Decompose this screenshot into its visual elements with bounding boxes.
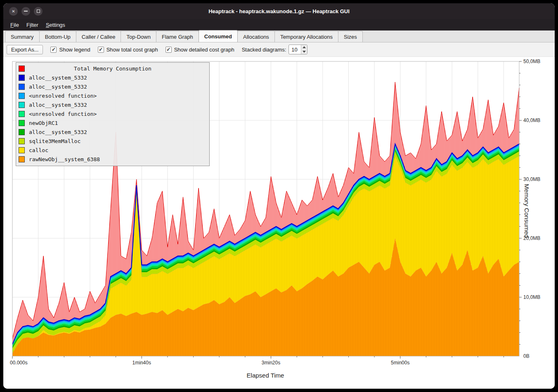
menu-file[interactable]: File [7,21,23,29]
tab-top-down[interactable]: Top-Down [121,31,156,42]
legend-swatch-icon [19,93,25,99]
minimize-icon [24,11,28,12]
legend-entry-label: rawNewObj__system_6388 [29,156,100,162]
legend-title-row: Total Memory Consumption [18,64,208,73]
title-bar: ✕ Heaptrack - heaptrack.wakunode.1.gz — … [3,3,555,19]
legend-entry: alloc__system_5332 [18,100,208,109]
checkbox-label: Show total cost graph [106,47,158,53]
legend-title: Total Memory Consumption [18,66,208,72]
x-axis-title: Elapsed Time [3,372,527,379]
svg-text:0B: 0B [523,353,530,359]
app-window: ✕ Heaptrack - heaptrack.wakunode.1.gz — … [3,3,555,389]
close-button[interactable]: ✕ [9,7,18,16]
window-controls: ✕ [9,3,43,19]
checkbox-show-legend[interactable]: ✓ Show legend [50,47,90,53]
legend-entry: <unresolved function> [18,109,208,118]
y-axis-title: Memory Consumed [523,184,530,238]
menu-settings[interactable]: Settings [42,21,69,29]
legend-entry-label: sqlite3MemMalloc [29,138,80,144]
tab-summary[interactable]: Summary [5,31,40,42]
close-icon: ✕ [12,9,15,14]
spin-up-icon [303,46,306,48]
legend-entry-label: <unresolved function> [29,93,97,99]
svg-text:3min20s: 3min20s [262,360,280,366]
legend-entry: alloc__system_5332 [18,127,208,136]
legend-swatch-icon [19,156,25,162]
stacked-diagrams-spinner[interactable]: 10 [288,45,307,54]
legend-entry: sqlite3MemMalloc [18,136,208,146]
checkbox-checked-icon: ✓ [50,47,57,53]
legend-swatch-icon [19,102,25,108]
legend-entry: rawNewObj__system_6388 [18,155,208,164]
checkbox-label: Show legend [59,47,90,53]
menu-filter[interactable]: Filter [23,21,42,29]
spin-up-button[interactable] [301,45,307,49]
svg-text:40,0MB: 40,0MB [523,117,540,123]
spinner-arrows [301,45,307,54]
legend-entry-label: newObjRC1 [29,120,58,126]
legend-swatch-icon [19,147,25,153]
export-as-button[interactable]: Export As... [7,45,43,54]
x-tick-labels: 00.000s1min40s3min20s5min00s [10,360,409,366]
legend-swatch-icon [19,84,25,90]
svg-text:50,0MB: 50,0MB [523,59,540,64]
maximize-button[interactable] [34,7,43,16]
checkbox-checked-icon: ✓ [166,47,172,53]
checkbox-show-detailed-cost-graph[interactable]: ✓ Show detailed cost graph [166,47,234,53]
legend-entry: <unresolved function> [18,91,208,100]
minimize-button[interactable] [21,7,30,16]
svg-text:30,0MB: 30,0MB [523,176,540,182]
spin-down-icon [303,51,306,53]
stacked-diagrams-group: Stacked diagrams: 10 [242,45,308,54]
window-title: Heaptrack - heaptrack.wakunode.1.gz — He… [208,8,350,14]
legend-entry-label: calloc [29,147,48,153]
chart-legend: Total Memory Consumptionalloc__system_53… [16,62,210,166]
legend-entry: newObjRC1 [18,118,208,127]
svg-text:1min40s: 1min40s [132,360,151,366]
legend-swatch-icon [19,120,25,126]
maximize-icon [37,9,40,13]
legend-entry: alloc__system_5332 [18,73,208,82]
checkbox-show-total-cost-graph[interactable]: ✓ Show total cost graph [98,47,158,53]
tab-bottom-up[interactable]: Bottom-Up [39,31,76,42]
menu-bar: File Filter Settings [3,19,555,31]
legend-entry-label: alloc__system_5332 [29,75,87,81]
tab-caller-callee[interactable]: Caller / Callee [76,31,121,42]
tab-temporary-allocations[interactable]: Temporary Allocations [274,31,338,42]
toolbar: Export As... ✓ Show legend ✓ Show total … [3,42,555,57]
legend-entry-label: alloc__system_5332 [29,129,87,135]
checkbox-checked-icon: ✓ [98,47,104,53]
legend-entry-label: alloc__system_5332 [29,84,87,90]
svg-text:5min00s: 5min00s [391,360,409,366]
stacked-diagrams-label: Stacked diagrams: [242,47,286,53]
svg-text:00.000s: 00.000s [10,360,28,366]
tab-bar: SummaryBottom-UpCaller / CalleeTop-DownF… [3,31,555,42]
legend-entry: alloc__system_5332 [18,82,208,91]
legend-entry: calloc [18,146,208,155]
legend-swatch-icon [19,138,25,144]
spin-down-button[interactable] [301,49,307,54]
legend-entry-label: <unresolved function> [29,111,97,117]
spinner-value[interactable]: 10 [289,45,301,54]
svg-text:10,0MB: 10,0MB [523,294,540,300]
legend-swatch-icon [19,111,25,117]
tab-flame-graph[interactable]: Flame Graph [156,31,199,42]
legend-entry-label: alloc__system_5332 [29,102,87,108]
tab-allocations[interactable]: Allocations [237,31,275,42]
tab-sizes[interactable]: Sizes [338,31,363,42]
tab-consumed[interactable]: Consumed [199,30,238,42]
checkbox-label: Show detailed cost graph [174,47,234,53]
consumed-chart[interactable]: 0B10,0MB20,0MB30,0MB40,0MB50,0MB00.000s1… [3,57,555,389]
legend-swatch-icon [19,129,25,135]
legend-swatch-icon [19,75,25,81]
